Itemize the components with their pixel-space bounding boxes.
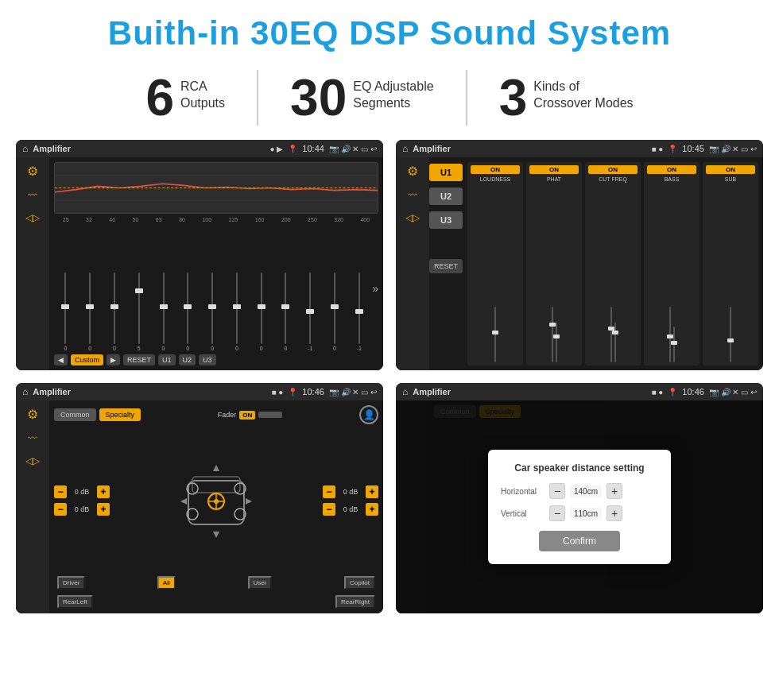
status-pin-s2: 📍 bbox=[668, 145, 677, 153]
left-panel-s1: ⚙ 〰 ◁▷ bbox=[16, 157, 49, 370]
horizontal-field: Horizontal − 140cm + bbox=[501, 483, 658, 499]
eq-slider-6[interactable]: 0 bbox=[176, 273, 200, 351]
reset-amp-btn[interactable]: RESET bbox=[429, 259, 463, 273]
vertical-plus-btn[interactable]: + bbox=[607, 505, 622, 521]
cutfreq-on-btn[interactable]: ON bbox=[588, 165, 638, 174]
eq-icon-s3[interactable]: ⚙ bbox=[27, 407, 38, 422]
amp-channels: ON LOUDNESS ON PHAT ON CUT FREQ bbox=[463, 157, 763, 370]
svg-marker-14 bbox=[213, 465, 219, 471]
user-btn[interactable]: User bbox=[248, 576, 273, 590]
stat-eq: 30 EQ AdjustableSegments bbox=[258, 72, 466, 123]
eq-icon-s1[interactable]: ⚙ bbox=[27, 164, 38, 179]
reset-btn[interactable]: RESET bbox=[123, 354, 155, 365]
screen1-statusbar: ⌂ Amplifier ● ▶ 📍 10:44 📷 🔊 ✕ ▭ ↩ bbox=[16, 140, 383, 157]
eq-slider-12[interactable]: 0 bbox=[324, 273, 347, 351]
eq-slider-10[interactable]: 0 bbox=[274, 273, 297, 351]
screen1-body: ⚙ 〰 ◁▷ bbox=[16, 157, 383, 370]
copilot-btn[interactable]: Copilot bbox=[344, 576, 375, 590]
eq-bottom-bar: ◀ Custom ▶ RESET U1 U2 U3 bbox=[54, 354, 378, 365]
rearright-btn[interactable]: RearRight bbox=[335, 595, 375, 609]
time-s3: 10:46 bbox=[302, 387, 324, 396]
rearleft-btn[interactable]: RearLeft bbox=[57, 595, 93, 609]
db4-plus[interactable]: + bbox=[366, 503, 378, 516]
common-tab[interactable]: Common bbox=[54, 408, 96, 421]
status-dot-s1: ● ▶ bbox=[270, 145, 284, 153]
expand-icon[interactable]: » bbox=[372, 282, 378, 295]
u3-btn[interactable]: U3 bbox=[199, 354, 216, 365]
confirm-button[interactable]: Confirm bbox=[539, 531, 620, 551]
eq-slider-8[interactable]: 0 bbox=[225, 273, 248, 351]
eq-freq-labels: 253240506380100125160200250320400 bbox=[54, 217, 378, 222]
ch-phat: ON PHAT bbox=[526, 162, 582, 365]
all-btn[interactable]: All bbox=[157, 576, 176, 590]
eq-slider-4[interactable]: 5 bbox=[127, 273, 150, 351]
loudness-label: LOUDNESS bbox=[480, 176, 511, 182]
stat-rca: 6 RCAOutputs bbox=[114, 72, 257, 123]
screen3-body: ⚙ 〰 ◁▷ Common Specialty Fader ON 👤 bbox=[16, 400, 383, 613]
eq-sliders: 0 0 0 5 0 bbox=[54, 226, 378, 351]
db1-minus[interactable]: − bbox=[54, 485, 67, 498]
bottom-labels-row: Driver All User Copilot bbox=[54, 576, 378, 590]
eq-slider-11[interactable]: -1 bbox=[299, 273, 322, 351]
main-panel-s1: 253240506380100125160200250320400 0 0 0 bbox=[49, 157, 383, 370]
driver-btn[interactable]: Driver bbox=[57, 576, 85, 590]
db2-minus[interactable]: − bbox=[54, 503, 67, 516]
eq-slider-3[interactable]: 0 bbox=[103, 273, 126, 351]
status-dot-s2: ■ ● bbox=[651, 145, 663, 153]
db4-minus[interactable]: − bbox=[323, 503, 335, 516]
u1-btn[interactable]: U1 bbox=[158, 354, 176, 365]
svg-marker-15 bbox=[213, 532, 219, 538]
custom-btn[interactable]: Custom bbox=[71, 354, 103, 365]
wave-icon-s3[interactable]: 〰 bbox=[28, 433, 37, 444]
wave-icon-s2[interactable]: 〰 bbox=[408, 190, 417, 201]
specialty-tab[interactable]: Specialty bbox=[99, 408, 141, 421]
u2-btn[interactable]: U2 bbox=[179, 354, 196, 365]
eq-slider-9[interactable]: 0 bbox=[250, 273, 273, 351]
db3-plus[interactable]: + bbox=[366, 485, 378, 498]
eq-slider-13[interactable]: -1 bbox=[347, 273, 370, 351]
vol-icon-s1[interactable]: ◁▷ bbox=[25, 212, 40, 223]
tab-row-s3: Common Specialty bbox=[54, 408, 141, 421]
eq-slider-7[interactable]: 0 bbox=[201, 273, 224, 351]
eq-slider-2[interactable]: 0 bbox=[79, 273, 102, 351]
play-btn[interactable]: ▶ bbox=[107, 354, 120, 365]
fader-slider[interactable] bbox=[258, 412, 282, 418]
vertical-minus-btn[interactable]: − bbox=[549, 505, 565, 521]
db2-plus[interactable]: + bbox=[97, 503, 110, 516]
fader-on-btn[interactable]: ON bbox=[239, 411, 255, 420]
db1-value: 0 dB bbox=[70, 488, 94, 496]
horizontal-label: Horizontal bbox=[501, 487, 545, 496]
screen1-card: ⌂ Amplifier ● ▶ 📍 10:44 📷 🔊 ✕ ▭ ↩ ⚙ 〰 ◁▷ bbox=[16, 140, 383, 370]
u3-select-btn[interactable]: U3 bbox=[429, 211, 463, 229]
db-row-2: − 0 dB + bbox=[54, 503, 110, 516]
stat-label-crossover: Kinds ofCrossover Modes bbox=[533, 72, 633, 112]
phat-on-btn[interactable]: ON bbox=[529, 165, 579, 174]
vertical-field: Vertical − 110cm + bbox=[501, 505, 658, 521]
horizontal-minus-btn[interactable]: − bbox=[549, 483, 565, 499]
db1-plus[interactable]: + bbox=[97, 485, 110, 498]
horizontal-plus-btn[interactable]: + bbox=[607, 483, 622, 499]
home-icon-s3: ⌂ bbox=[22, 386, 28, 397]
prev-btn[interactable]: ◀ bbox=[54, 354, 68, 365]
bass-on-btn[interactable]: ON bbox=[647, 165, 696, 174]
eq-slider-5[interactable]: 0 bbox=[152, 273, 175, 351]
sub-on-btn[interactable]: ON bbox=[706, 165, 755, 174]
eq-icon-s2[interactable]: ⚙ bbox=[407, 164, 418, 179]
db-row-1: − 0 dB + bbox=[54, 485, 110, 498]
loudness-on-btn[interactable]: ON bbox=[471, 165, 520, 174]
profile-icon-s3[interactable]: 👤 bbox=[359, 405, 378, 424]
ch-loudness: ON LOUDNESS bbox=[467, 162, 523, 365]
db3-minus[interactable]: − bbox=[323, 485, 335, 498]
vol-icon-s3[interactable]: ◁▷ bbox=[25, 455, 40, 466]
eq-slider-1[interactable]: 0 bbox=[54, 273, 77, 351]
u1-select-btn[interactable]: U1 bbox=[429, 164, 463, 181]
wave-icon-s1[interactable]: 〰 bbox=[28, 190, 37, 201]
screen2-body: ⚙ 〰 ◁▷ U1 U2 U3 RESET ON LOUDNESS bbox=[396, 157, 763, 370]
vertical-label: Vertical bbox=[501, 509, 545, 518]
status-dot-s4: ■ ● bbox=[651, 388, 663, 396]
spacer bbox=[93, 595, 335, 609]
home-icon-s2: ⌂ bbox=[402, 143, 408, 154]
u2-select-btn[interactable]: U2 bbox=[429, 188, 463, 205]
vol-icon-s2[interactable]: ◁▷ bbox=[405, 212, 420, 223]
status-camera-s4: 📷 🔊 ✕ ▭ ↩ bbox=[709, 388, 757, 396]
